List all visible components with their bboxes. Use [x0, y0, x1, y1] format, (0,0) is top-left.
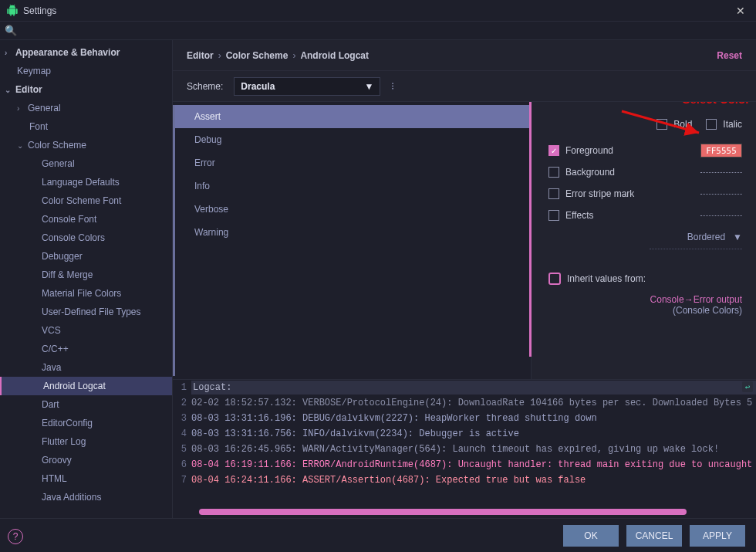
sidebar-item-label: Console Font	[42, 214, 96, 225]
search-row[interactable]: 🔍	[0, 22, 756, 40]
inherit-link-sub: (Console Colors)	[673, 305, 742, 316]
sidebar-item-vcs[interactable]: VCS	[0, 321, 172, 340]
preview-line: 02-02 18:52:57.132: VERBOSE/ProtocolEngi…	[191, 398, 752, 408]
inherit-label: Inherit values from:	[567, 273, 646, 284]
level-item-info[interactable]: Info	[173, 174, 531, 198]
sidebar-item-label: C/C++	[42, 344, 69, 354]
level-item-warning[interactable]: Warning	[173, 221, 531, 244]
foreground-label: Foreground	[565, 145, 700, 156]
sidebar-item-label: Android Logcat	[43, 381, 106, 391]
crumb-android-logcat[interactable]: Android Logcat	[300, 50, 369, 61]
bold-checkbox[interactable]	[656, 119, 667, 130]
editor-content: Editor › Color Scheme › Android Logcat R…	[173, 40, 756, 518]
crumb-editor[interactable]: Editor	[187, 50, 214, 61]
background-color-slot[interactable]	[700, 172, 742, 173]
chevron-icon: ›	[17, 104, 25, 113]
italic-label: Italic	[723, 119, 742, 130]
sidebar-item-editorconfig[interactable]: EditorConfig	[0, 414, 172, 432]
log-levels-list[interactable]: AssertDebugErrorInfoVerboseWarning	[173, 102, 532, 379]
level-item-verbose[interactable]: Verbose	[173, 198, 531, 221]
chevron-icon: ›	[5, 49, 12, 57]
level-item-debug[interactable]: Debug	[173, 128, 531, 151]
settings-tree[interactable]: ›Appearance & BehaviorKeymap⌄Editor›Gene…	[0, 40, 173, 518]
sidebar-item-diff-merge[interactable]: Diff & Merge	[0, 266, 172, 284]
error-stripe-color-slot[interactable]	[700, 194, 742, 195]
cancel-button[interactable]: CANCEL	[626, 525, 682, 547]
dialog-footer: OK CANCEL APPLY	[0, 518, 756, 552]
scheme-select[interactable]: Dracula ▼	[234, 77, 380, 96]
level-item-error[interactable]: Error	[173, 151, 531, 174]
android-icon	[6, 5, 19, 17]
preview-title: Logcat:	[191, 381, 756, 395]
chevron-down-icon: ▼	[733, 232, 742, 242]
sidebar-item-android-logcat[interactable]: Android Logcat	[0, 377, 172, 395]
foreground-checkbox[interactable]: ✓	[548, 145, 559, 156]
apply-button[interactable]: APPLY	[690, 525, 745, 547]
sidebar-item-color-scheme-font[interactable]: Color Scheme Font	[0, 191, 172, 210]
inherit-checkbox[interactable]	[548, 273, 561, 285]
title-bar: Settings ✕	[0, 0, 756, 22]
sidebar-item-console-colors[interactable]: Console Colors	[0, 229, 172, 247]
sidebar-item-general[interactable]: ›General	[0, 99, 172, 117]
window-title: Settings	[23, 5, 56, 16]
soft-wrap-icon[interactable]: ↩	[742, 381, 753, 392]
bold-label: Bold	[673, 119, 692, 130]
error-stripe-checkbox[interactable]	[548, 188, 559, 199]
error-stripe-label: Error stripe mark	[565, 188, 700, 199]
sidebar-item-c-c-[interactable]: C/C++	[0, 340, 172, 358]
level-item-assert[interactable]: Assert	[173, 105, 531, 128]
sidebar-item-dart[interactable]: Dart	[0, 395, 172, 414]
sidebar-item-language-defaults[interactable]: Language Defaults	[0, 173, 172, 191]
close-icon[interactable]: ✕	[731, 3, 750, 19]
preview-h-scrollbar[interactable]	[199, 509, 687, 515]
sidebar-item-html[interactable]: HTML	[0, 469, 172, 488]
sidebar-item-java[interactable]: Java	[0, 358, 172, 377]
reset-link[interactable]: Reset	[717, 50, 742, 61]
effects-checkbox[interactable]	[548, 210, 559, 221]
sidebar-item-console-font[interactable]: Console Font	[0, 210, 172, 229]
scheme-gear-button[interactable]: ⁝	[391, 80, 394, 92]
scheme-row: Scheme: Dracula ▼ ⁝	[173, 71, 756, 102]
ok-button[interactable]: OK	[563, 525, 619, 547]
sidebar-item-label: HTML	[42, 473, 67, 484]
italic-checkbox[interactable]	[706, 119, 717, 130]
sidebar-item-java-additions[interactable]: Java Additions	[0, 488, 172, 506]
logcat-preview: ↩ 1Logcat: 202-02 18:52:57.132: VERBOSE/…	[173, 379, 756, 518]
sidebar-item-label: Appearance & Behavior	[15, 47, 120, 58]
sidebar-item-editor[interactable]: ⌄Editor	[0, 80, 172, 99]
scheme-label: Scheme:	[187, 81, 223, 92]
inherit-link[interactable]: Console→Error output	[650, 294, 742, 305]
preview-line: 08-04 16:19:11.166: ERROR/AndroidRuntime…	[191, 459, 752, 470]
sidebar-item-material-file-colors[interactable]: Material File Colors	[0, 284, 172, 303]
sidebar-item-keymap[interactable]: Keymap	[0, 62, 172, 80]
sidebar-item-label: Font	[29, 121, 48, 132]
help-icon[interactable]: ?	[8, 529, 23, 544]
sidebar-item-label: Material File Colors	[42, 288, 121, 299]
breadcrumb: Editor › Color Scheme › Android Logcat R…	[173, 40, 756, 71]
background-checkbox[interactable]	[548, 167, 559, 178]
sidebar-item-groovy[interactable]: Groovy	[0, 451, 172, 469]
chevron-down-icon: ▼	[364, 81, 373, 92]
sidebar-item-general[interactable]: General	[0, 154, 172, 173]
sidebar-item-color-scheme[interactable]: ⌄Color Scheme	[0, 136, 172, 154]
sidebar-item-label: Keymap	[17, 66, 51, 76]
sidebar-item-user-defined-file-types[interactable]: User-Defined File Types	[0, 303, 172, 321]
background-label: Background	[565, 167, 700, 178]
sidebar-item-label: Language Defaults	[42, 177, 120, 188]
crumb-color-scheme[interactable]: Color Scheme	[226, 50, 289, 61]
effects-type-select[interactable]: Bordered	[687, 232, 725, 242]
chevron-icon: ⌄	[17, 141, 25, 150]
sidebar-item-label: Color Scheme	[28, 140, 86, 151]
effects-label: Effects	[565, 210, 700, 221]
sidebar-item-flutter-log[interactable]: Flutter Log	[0, 432, 172, 451]
sidebar-item-label: VCS	[42, 325, 61, 336]
sidebar-item-label: EditorConfig	[42, 418, 93, 428]
sidebar-item-label: Editor	[15, 84, 42, 95]
foreground-color-swatch[interactable]: FF5555	[700, 144, 742, 157]
search-icon: 🔍	[5, 25, 17, 36]
scheme-value: Dracula	[241, 81, 275, 92]
sidebar-item-appearance-behavior[interactable]: ›Appearance & Behavior	[0, 43, 172, 62]
effects-color-slot[interactable]	[700, 215, 742, 216]
sidebar-item-debugger[interactable]: Debugger	[0, 247, 172, 266]
sidebar-item-font[interactable]: Font	[0, 117, 172, 136]
